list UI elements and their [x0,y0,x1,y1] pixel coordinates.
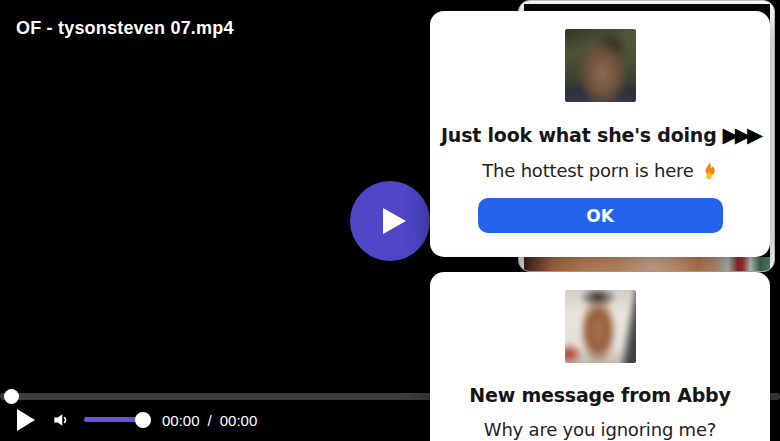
time-separator: / [208,412,212,429]
promo-heading: Just look what she's doing ▶▶▶ [441,123,759,147]
selfie-photo-thumbnail-icon [565,290,636,363]
promo-subtext: The hottest porn is here [482,160,717,181]
play-icon [383,208,406,234]
ok-button[interactable]: OK [478,198,723,233]
video-title: OF - tysonsteven 07.mp4 [16,18,234,39]
message-subtext-text: Why are you ignoring me? [484,419,716,440]
promo-heading-text: Just look what she's doing [441,124,717,146]
time-display: 00:00 / 00:00 [162,412,257,429]
triple-play-arrows-icon: ▶▶▶ [723,123,759,147]
duration: 00:00 [220,412,258,429]
message-popup[interactable]: New message from Abby Why are you ignori… [430,272,770,441]
fire-icon [700,161,718,181]
message-subtext: Why are you ignoring me? [484,419,716,440]
promo-subtext-text: The hottest porn is here [482,160,693,181]
seek-knob[interactable] [4,389,19,404]
promo-popup[interactable]: Just look what she's doing ▶▶▶ The hotte… [430,11,770,257]
message-heading: New message from Abby [469,384,730,406]
current-time: 00:00 [162,412,200,429]
mute-button[interactable] [51,410,71,430]
volume-knob[interactable] [135,412,151,428]
promo-thumbnail [565,29,636,102]
message-heading-text: New message from Abby [469,384,730,406]
play-button[interactable] [17,409,35,431]
big-play-button[interactable] [350,181,430,261]
message-thumbnail [565,290,636,363]
speaker-icon [51,410,71,430]
webcam-video-thumbnail-icon [565,29,636,102]
